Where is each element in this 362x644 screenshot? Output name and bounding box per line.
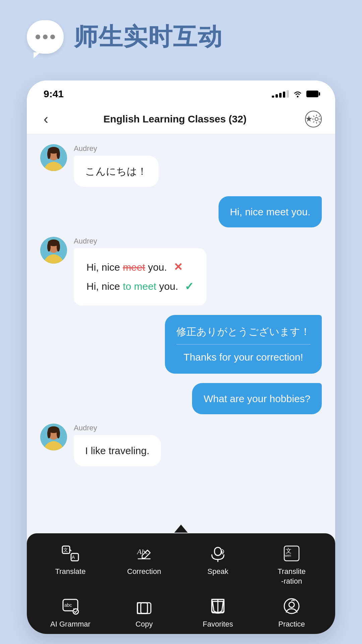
- transliteration-icon: 文 wen: [282, 543, 302, 564]
- favorites-label: Favorites: [203, 620, 233, 629]
- svg-rect-30: [141, 603, 151, 613]
- svg-point-11: [57, 242, 60, 252]
- message-bubble: What are your hobbies?: [192, 383, 322, 414]
- message-row: Audrey こんにちは！: [40, 144, 322, 187]
- svg-text:文: 文: [63, 547, 68, 552]
- toolbar-practice[interactable]: Practice: [268, 596, 315, 629]
- favorites-icon: [208, 596, 228, 616]
- chat-area: Audrey こんにちは！ Hi, nice meet you.: [27, 134, 335, 533]
- toolbar-correction[interactable]: Abc Correction: [121, 543, 168, 586]
- correction-icon: Abc: [134, 543, 154, 564]
- avatar: [40, 237, 67, 264]
- ai-grammar-label: AI Grammar: [50, 620, 90, 629]
- correction-right: Hi, nice to meet you. ✓: [86, 277, 194, 297]
- message-content: Audrey Hi, nice meet you. ✕ Hi, nice to …: [74, 237, 206, 306]
- page-title: 师生实时互动: [74, 21, 223, 53]
- nav-title: English Learning Classes (32): [58, 113, 292, 125]
- svg-text:A: A: [72, 554, 75, 560]
- toolbar-transliteration[interactable]: 文 wen Translite -ration: [268, 543, 315, 586]
- message-row: What are your hobbies?: [40, 383, 322, 414]
- svg-point-10: [47, 242, 51, 252]
- page-header: 师生实时互动: [0, 0, 362, 60]
- toolbar-row-2: abc AI Grammar: [27, 593, 335, 634]
- speak-label: Speak: [207, 567, 228, 577]
- svg-point-6: [57, 150, 60, 159]
- message-row: Audrey Hi, nice meet you. ✕ Hi, nice to …: [40, 237, 322, 306]
- svg-rect-31: [137, 603, 147, 613]
- copy-icon: [134, 596, 154, 616]
- sender-name: Audrey: [74, 424, 161, 432]
- page-background: 师生实时互动 9:41: [0, 0, 362, 644]
- transliteration-label: Translite -ration: [278, 567, 306, 586]
- x-mark-icon: ✕: [174, 258, 183, 277]
- chat-bubble-icon: [27, 20, 64, 54]
- message-text-jp: 修正ありがとうございます！: [176, 326, 310, 337]
- avatar: [40, 424, 67, 450]
- phone-frame: 9:41: [27, 80, 335, 634]
- back-button[interactable]: ‹: [40, 108, 52, 130]
- toolbar-ai-grammar[interactable]: abc AI Grammar: [47, 596, 94, 629]
- toolbar-arrow: [27, 525, 335, 533]
- practice-icon: [282, 596, 302, 616]
- speak-icon: [208, 543, 228, 564]
- svg-point-0: [297, 96, 299, 98]
- signal-icon: [272, 90, 289, 98]
- wifi-icon: [293, 90, 302, 98]
- wrong-word: meet: [123, 262, 145, 273]
- toolbar-translate[interactable]: 文 A Translate: [47, 543, 94, 586]
- message-bubble: 修正ありがとうございます！ Thanks for your correction…: [165, 315, 322, 374]
- sender-name: Audrey: [74, 144, 159, 153]
- svg-point-34: [289, 602, 294, 607]
- toolbar-row-1: 文 A Translate Abc: [27, 533, 335, 593]
- message-bubble: I like traveling.: [74, 435, 161, 466]
- correction-bubble: Hi, nice meet you. ✕ Hi, nice to meet yo…: [74, 248, 206, 306]
- toolbar-speak[interactable]: Speak: [194, 543, 241, 586]
- practice-label: Practice: [278, 620, 305, 629]
- toolbar-copy[interactable]: Copy: [121, 596, 168, 629]
- copy-label: Copy: [135, 620, 153, 629]
- status-icons: [272, 90, 318, 98]
- check-mark-icon: ✓: [185, 277, 194, 297]
- message-row: Hi, nice meet you.: [40, 196, 322, 227]
- battery-icon: [306, 91, 318, 97]
- svg-text:文: 文: [286, 547, 292, 554]
- svg-point-15: [47, 429, 51, 438]
- message-content: Audrey こんにちは！: [74, 144, 159, 187]
- sender-name: Audrey: [74, 237, 206, 246]
- correct-word: to meet: [123, 281, 156, 292]
- correction-label: Correction: [127, 567, 161, 577]
- avatar: [40, 144, 67, 171]
- status-bar: 9:41: [27, 80, 335, 104]
- svg-text:abc: abc: [64, 602, 72, 608]
- nav-bar: ‹ English Learning Classes (32): [27, 104, 335, 134]
- message-row: 修正ありがとうございます！ Thanks for your correction…: [40, 315, 322, 374]
- svg-point-5: [47, 150, 51, 159]
- message-text-en: Thanks for your correction!: [184, 352, 303, 363]
- svg-rect-22: [215, 547, 221, 555]
- message-bubble: こんにちは！: [74, 156, 159, 187]
- settings-button[interactable]: [305, 111, 322, 127]
- bottom-toolbar: 文 A Translate Abc: [27, 533, 335, 634]
- message-bubble: Hi, nice meet you.: [219, 196, 322, 227]
- toolbar-favorites[interactable]: Favorites: [194, 596, 241, 629]
- status-time: 9:41: [44, 88, 64, 100]
- correction-wrong: Hi, nice meet you. ✕: [86, 258, 194, 277]
- translate-icon: 文 A: [60, 543, 80, 564]
- message-content: Audrey I like traveling.: [74, 424, 161, 466]
- translate-label: Translate: [55, 567, 86, 577]
- svg-text:wen: wen: [285, 554, 291, 557]
- svg-point-16: [57, 429, 60, 438]
- message-row: Audrey I like traveling.: [40, 424, 322, 466]
- ai-grammar-icon: abc: [60, 596, 80, 616]
